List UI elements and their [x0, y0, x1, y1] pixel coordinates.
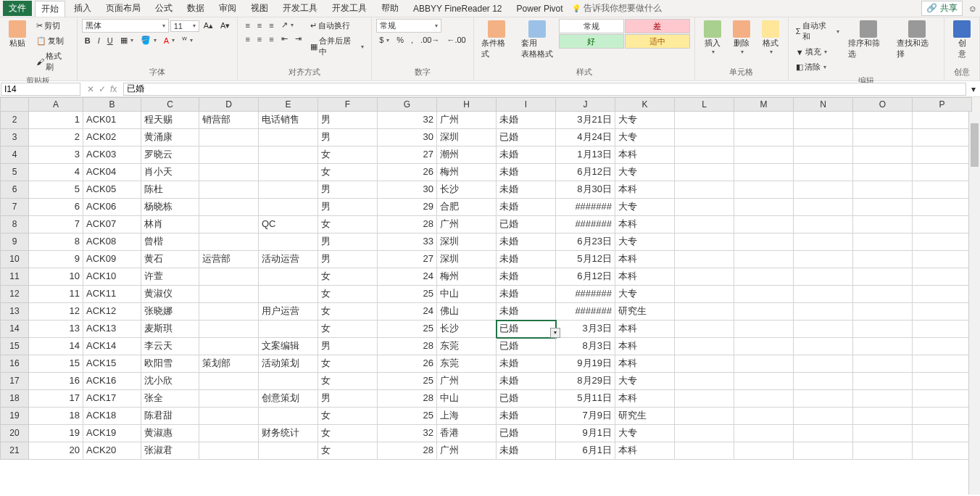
row-header[interactable]: 4 — [0, 146, 29, 164]
cell[interactable]: 男 — [318, 233, 378, 251]
cell[interactable]: 28 — [378, 442, 437, 460]
cell[interactable] — [794, 129, 853, 146]
cell[interactable]: 未婚 — [497, 251, 556, 268]
cell[interactable]: ACK07 — [83, 216, 141, 233]
cell[interactable] — [199, 321, 259, 338]
cell[interactable]: 本科 — [615, 390, 675, 408]
formula-bar[interactable] — [123, 83, 966, 96]
cell[interactable]: 20 — [29, 442, 83, 460]
cell[interactable]: 未婚 — [497, 268, 556, 286]
cell[interactable]: 肖小天 — [141, 164, 199, 181]
select-all-corner[interactable] — [0, 97, 29, 112]
cell[interactable]: 深圳 — [437, 233, 497, 251]
cell[interactable]: 27 — [378, 251, 437, 268]
cell[interactable]: 30 — [378, 129, 437, 146]
style-good[interactable]: 好 — [559, 34, 624, 49]
cell[interactable] — [199, 425, 259, 442]
cell[interactable]: 本科 — [615, 338, 675, 355]
cell[interactable] — [913, 268, 972, 286]
cell[interactable] — [794, 216, 853, 233]
cell[interactable]: 6月23日 — [556, 233, 615, 251]
cell[interactable]: ACK16 — [83, 373, 141, 390]
col-header-C[interactable]: C — [141, 97, 199, 112]
cell[interactable]: ACK09 — [83, 251, 141, 268]
cell[interactable]: 黄淑仪 — [141, 286, 199, 303]
share-button[interactable]: 🔗 共享 — [921, 1, 962, 16]
cell[interactable] — [913, 216, 972, 233]
cell[interactable]: 东莞 — [437, 355, 497, 373]
cell[interactable] — [734, 233, 794, 251]
cell[interactable]: 女 — [318, 268, 378, 286]
cell[interactable]: 女 — [318, 164, 378, 181]
cell[interactable]: 2 — [29, 129, 83, 146]
bold-button[interactable]: B — [82, 35, 94, 46]
cell[interactable]: 32 — [378, 112, 437, 129]
cell[interactable]: 9月1日 — [556, 425, 615, 442]
cell[interactable] — [199, 199, 259, 216]
cell[interactable]: 女 — [318, 303, 378, 321]
cell[interactable] — [794, 425, 853, 442]
cell[interactable]: 8月29日 — [556, 373, 615, 390]
cell[interactable]: ACK01 — [83, 112, 141, 129]
cell[interactable]: 17 — [29, 390, 83, 408]
cell[interactable]: 25 — [378, 408, 437, 425]
cell[interactable]: 深圳 — [437, 129, 497, 146]
cell[interactable] — [913, 425, 972, 442]
cell[interactable] — [913, 303, 972, 321]
dec-decimal-button[interactable]: ←.00 — [444, 34, 468, 46]
col-header-N[interactable]: N — [794, 97, 853, 112]
cell[interactable]: 程天赐 — [141, 112, 199, 129]
cell[interactable] — [675, 233, 734, 251]
cell[interactable]: 8 — [29, 233, 83, 251]
col-header-E[interactable]: E — [259, 97, 318, 112]
cell[interactable]: 5月11日 — [556, 390, 615, 408]
cell[interactable]: 28 — [378, 338, 437, 355]
cell[interactable]: 男 — [318, 390, 378, 408]
cell[interactable]: 7月9日 — [556, 408, 615, 425]
wrap-text-button[interactable]: ↵ 自动换行 — [307, 19, 367, 33]
copy-button[interactable]: 📋 复制 — [33, 34, 72, 48]
cell[interactable]: 男 — [318, 129, 378, 146]
enter-formula-icon[interactable]: ✓ — [99, 84, 106, 94]
cell[interactable]: 男 — [318, 251, 378, 268]
cell[interactable] — [794, 286, 853, 303]
cell[interactable]: 27 — [378, 146, 437, 164]
cell[interactable]: 杨晓栋 — [141, 199, 199, 216]
cell[interactable]: 32 — [378, 425, 437, 442]
cell[interactable] — [794, 251, 853, 268]
currency-button[interactable]: $ — [376, 34, 392, 46]
cell[interactable] — [913, 286, 972, 303]
cell[interactable]: 广州 — [437, 373, 497, 390]
cell[interactable] — [794, 164, 853, 181]
cell[interactable]: 本科 — [615, 355, 675, 373]
cell[interactable] — [199, 146, 259, 164]
cell[interactable]: 中山 — [437, 286, 497, 303]
cell[interactable]: 大专 — [615, 112, 675, 129]
cell[interactable]: 女 — [318, 442, 378, 460]
cell[interactable]: 林肖 — [141, 216, 199, 233]
row-header[interactable]: 10 — [0, 251, 29, 268]
cell[interactable] — [199, 338, 259, 355]
cell[interactable]: 15 — [29, 355, 83, 373]
col-header-I[interactable]: I — [497, 97, 556, 112]
cell[interactable] — [913, 112, 972, 129]
row-header[interactable]: 8 — [0, 216, 29, 233]
cell[interactable]: 张晓娜 — [141, 303, 199, 321]
cell[interactable]: 女 — [318, 373, 378, 390]
cell[interactable]: 潮州 — [437, 146, 497, 164]
cell[interactable] — [853, 129, 913, 146]
indent-inc-button[interactable]: ⇥ — [292, 33, 304, 45]
cell[interactable]: 18 — [29, 408, 83, 425]
sort-filter-button[interactable]: 排序和筛选 — [845, 19, 891, 61]
row-header[interactable]: 19 — [0, 408, 29, 425]
cell[interactable]: 本科 — [615, 268, 675, 286]
cell[interactable] — [259, 181, 318, 199]
cell[interactable] — [913, 164, 972, 181]
tell-me-search[interactable]: 告诉我你想要做什么 — [572, 2, 662, 15]
cell[interactable]: 大专 — [615, 129, 675, 146]
cell[interactable] — [734, 251, 794, 268]
cell[interactable]: 9 — [29, 251, 83, 268]
cell[interactable] — [853, 146, 913, 164]
cell[interactable]: 男 — [318, 181, 378, 199]
cell[interactable] — [199, 164, 259, 181]
